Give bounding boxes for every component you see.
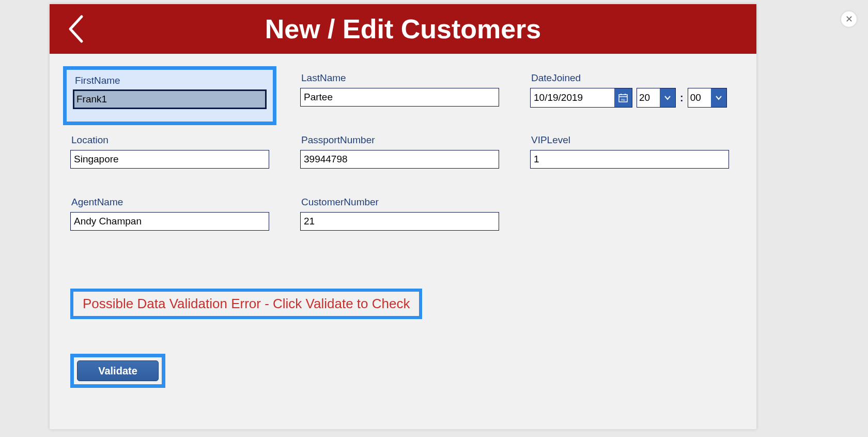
time-separator: : [680,92,684,104]
form-row: FirstName LastName DateJoined [70,66,736,128]
viplevel-input[interactable] [530,150,729,169]
svg-text:nu: nu [621,98,625,101]
validate-highlight-frame: Validate [70,354,165,388]
minute-input[interactable] [688,88,711,107]
datejoined-controls: nu : [530,88,729,108]
customernumber-label: CustomerNumber [301,197,499,208]
firstname-input[interactable] [73,89,267,109]
hour-dropdown-button[interactable] [660,88,675,107]
customer-form: FirstName LastName DateJoined [70,66,736,252]
form-row: AgentName CustomerNumber [70,190,736,252]
header-bar: New / Edit Customers [50,4,756,54]
customernumber-input[interactable] [300,212,499,231]
datejoined-group: DateJoined nu [530,66,729,108]
viplevel-label: VIPLevel [531,134,729,146]
location-input[interactable] [70,150,269,169]
agentname-input[interactable] [70,212,269,231]
chevron-down-icon [715,95,722,100]
page-title: New / Edit Customers [50,4,756,54]
lastname-input[interactable] [300,88,499,107]
location-group: Location [70,128,269,169]
date-field: nu [530,88,632,108]
datejoined-label: DateJoined [531,72,729,84]
date-input[interactable] [531,88,614,107]
agentname-group: AgentName [70,190,269,231]
calendar-icon: nu [618,93,628,102]
hour-field [637,88,676,108]
chevron-down-icon [664,95,671,100]
firstname-highlight-frame: FirstName [63,66,276,125]
close-icon: ✕ [845,13,853,25]
minute-field [688,88,727,108]
minute-dropdown-button[interactable] [711,88,726,107]
modal-panel: New / Edit Customers FirstName LastName … [50,4,756,429]
calendar-button[interactable]: nu [614,88,632,107]
lastname-group: LastName [300,66,499,107]
passport-input[interactable] [300,150,499,169]
agentname-label: AgentName [71,197,269,208]
form-row: Location PassportNumber VIPLevel [70,128,736,190]
firstname-label: FirstName [75,75,273,86]
lastname-label: LastName [301,72,499,84]
validation-warning-text: Possible Data Validation Error - Click V… [83,296,410,312]
viplevel-group: VIPLevel [530,128,729,169]
close-button[interactable]: ✕ [841,11,857,27]
passport-label: PassportNumber [301,134,499,146]
location-label: Location [71,134,269,146]
validation-warning-frame: Possible Data Validation Error - Click V… [70,289,422,319]
hour-input[interactable] [637,88,660,107]
customernumber-group: CustomerNumber [300,190,499,231]
passport-group: PassportNumber [300,128,499,169]
validate-button[interactable]: Validate [77,360,159,381]
